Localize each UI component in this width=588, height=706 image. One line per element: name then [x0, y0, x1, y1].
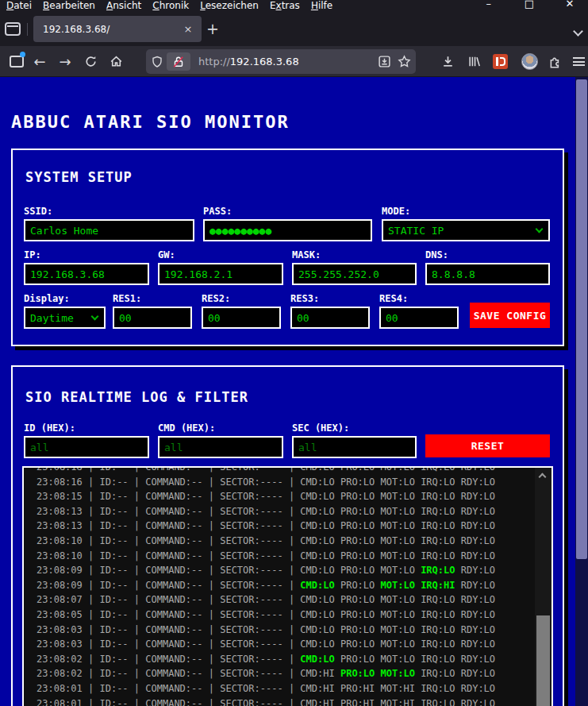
menu-items: DateiBearbeitenAnsichtChronikLesezeichen…: [6, 0, 344, 10]
navigation-toolbar: ← → http://192.168.3.68: [0, 46, 588, 77]
ip-label: IP:: [24, 249, 149, 260]
close-button[interactable]: ✕: [551, 0, 588, 10]
log-row: 23:08:09 | ID:-- | COMMAND:-- | SECTOR:-…: [24, 563, 535, 578]
id-hex-label: ID (HEX):: [24, 422, 149, 434]
display-value: Daytime: [30, 312, 74, 324]
display-label: Display:: [24, 293, 106, 304]
log-row: 23:08:03 | ID:-- | COMMAND:-- | SECTOR:-…: [24, 637, 535, 652]
gw-input[interactable]: [158, 263, 283, 285]
extension-badge-icon[interactable]: [489, 46, 511, 77]
system-setup-heading: SYSTEM SETUP: [25, 169, 133, 185]
id-hex-input[interactable]: [24, 436, 149, 458]
res4-input[interactable]: [379, 307, 459, 329]
log-scrollbar[interactable]: [535, 468, 551, 706]
chevron-down-icon: [91, 313, 99, 321]
sidebar-icon[interactable]: [6, 46, 27, 77]
tab-close-icon[interactable]: ×: [181, 23, 195, 35]
cmd-hex-input[interactable]: [158, 436, 283, 458]
ssid-input[interactable]: [24, 219, 194, 241]
page-content: ABBUC ATARI SIO MONITOR SYSTEM SETUP SSI…: [0, 77, 588, 706]
insecure-lock-icon[interactable]: [167, 52, 190, 71]
url-host: 192.168.3.68: [230, 56, 299, 68]
menu-extras[interactable]: Extras: [270, 0, 300, 10]
sec-hex-label: SEC (HEX):: [292, 422, 417, 434]
menu-datei[interactable]: Datei: [6, 0, 32, 10]
log-row: 23:08:07 | ID:-- | COMMAND:-- | SECTOR:-…: [24, 592, 535, 608]
log-rows: 23:08:18 | ID:-- | COMMAND:-- | SECTOR:-…: [24, 466, 535, 706]
reload-button[interactable]: [79, 46, 102, 77]
bookmark-star-icon[interactable]: [398, 55, 411, 68]
log-scrollbar-thumb[interactable]: [536, 615, 550, 706]
log-row: 23:08:18 | ID:-- | COMMAND:-- | SECTOR:-…: [24, 466, 535, 475]
new-tab-button[interactable]: +: [206, 20, 219, 37]
log-row: 23:08:13 | ID:-- | COMMAND:-- | SECTOR:-…: [24, 519, 535, 534]
mode-select[interactable]: STATIC IP: [382, 219, 550, 241]
log-row: 23:08:01 | ID:-- | COMMAND:-- | SECTOR:-…: [24, 681, 535, 696]
minimize-button[interactable]: –: [471, 0, 507, 10]
scroll-up-icon[interactable]: [539, 473, 547, 481]
tab-separator: [27, 23, 28, 36]
dns-input[interactable]: [425, 263, 550, 285]
window-controls: – □ ✕: [471, 0, 588, 10]
gw-label: GW:: [158, 249, 283, 260]
log-row: 23:08:16 | ID:-- | COMMAND:-- | SECTOR:-…: [24, 475, 535, 490]
system-setup-panel: SYSTEM SETUP SSID: PASS: MODE: STATIC IP…: [11, 149, 564, 346]
menu-ansicht[interactable]: Ansicht: [106, 0, 141, 10]
url-scheme: http://: [198, 56, 230, 68]
ip-input[interactable]: [24, 263, 149, 285]
pass-input[interactable]: [203, 219, 372, 241]
log-row: 23:08:03 | ID:-- | COMMAND:-- | SECTOR:-…: [24, 623, 535, 638]
menu-lesezeichen[interactable]: Lesezeichen: [200, 0, 259, 10]
app-menu-icon[interactable]: [568, 46, 588, 77]
extensions-puzzle-icon[interactable]: [544, 46, 567, 77]
log-row: 23:08:10 | ID:-- | COMMAND:-- | SECTOR:-…: [24, 534, 535, 549]
back-button[interactable]: ←: [29, 46, 51, 77]
res2-input[interactable]: [202, 307, 281, 329]
menu-bearbeiten[interactable]: Bearbeiten: [43, 0, 95, 10]
downloads-icon[interactable]: [436, 46, 459, 77]
log-row: 23:08:10 | ID:-- | COMMAND:-- | SECTOR:-…: [24, 549, 535, 564]
mode-value: STATIC IP: [388, 225, 444, 237]
mask-label: MASK:: [292, 249, 417, 260]
sec-hex-input[interactable]: [292, 436, 417, 458]
log-row: 23:08:05 | ID:-- | COMMAND:-- | SECTOR:-…: [24, 608, 535, 623]
res1-input[interactable]: [113, 307, 192, 329]
res3-label: RES3:: [290, 293, 370, 304]
res2-label: RES2:: [202, 293, 281, 304]
log-output[interactable]: 23:08:18 | ID:-- | COMMAND:-- | SECTOR:-…: [22, 466, 553, 706]
res4-label: RES4:: [379, 293, 459, 304]
list-all-tabs-icon[interactable]: [573, 26, 583, 37]
shield-icon[interactable]: [151, 56, 163, 68]
sio-log-panel: SIO REALTIME LOG & FILTER ID (HEX): CMD …: [11, 365, 564, 706]
reset-button[interactable]: RESET: [425, 434, 550, 457]
log-row: 23:08:02 | ID:-- | COMMAND:-- | SECTOR:-…: [24, 652, 535, 667]
firefox-view-icon[interactable]: [5, 22, 21, 36]
menu-bar: DateiBearbeitenAnsichtChronikLesezeichen…: [0, 0, 588, 10]
url-text[interactable]: http://192.168.3.68: [198, 56, 378, 68]
ssid-label: SSID:: [24, 206, 194, 217]
save-page-icon[interactable]: [378, 55, 391, 68]
pass-label: PASS:: [203, 206, 372, 217]
url-bar[interactable]: http://192.168.3.68: [146, 49, 416, 74]
home-button[interactable]: [105, 46, 127, 77]
chevron-down-icon: [536, 226, 544, 233]
res3-input[interactable]: [290, 307, 370, 329]
menu-hilfe[interactable]: Hilfe: [311, 0, 332, 10]
page-scrollbar-thumb[interactable]: [576, 79, 587, 559]
notification-dot: [20, 52, 25, 57]
log-row: 23:08:02 | ID:-- | COMMAND:-- | SECTOR:-…: [24, 666, 535, 681]
tab-active[interactable]: 192.168.3.68/ ×: [33, 16, 202, 42]
tab-title: 192.168.3.68/: [43, 24, 181, 35]
menu-chronik[interactable]: Chronik: [152, 0, 189, 10]
log-row: 23:08:15 | ID:-- | COMMAND:-- | SECTOR:-…: [24, 489, 535, 504]
page-title: ABBUC ATARI SIO MONITOR: [11, 112, 290, 132]
page-scrollbar[interactable]: [575, 77, 588, 706]
forward-button[interactable]: →: [54, 46, 76, 77]
save-config-button[interactable]: SAVE CONFIG: [470, 303, 550, 328]
display-select[interactable]: Daytime: [24, 307, 106, 329]
maximize-button[interactable]: □: [511, 0, 548, 10]
log-row: 23:08:01 | ID:-- | COMMAND:-- | SECTOR:-…: [24, 696, 535, 706]
mask-input[interactable]: [292, 263, 417, 285]
account-avatar[interactable]: [517, 46, 541, 77]
library-icon[interactable]: [463, 46, 485, 77]
